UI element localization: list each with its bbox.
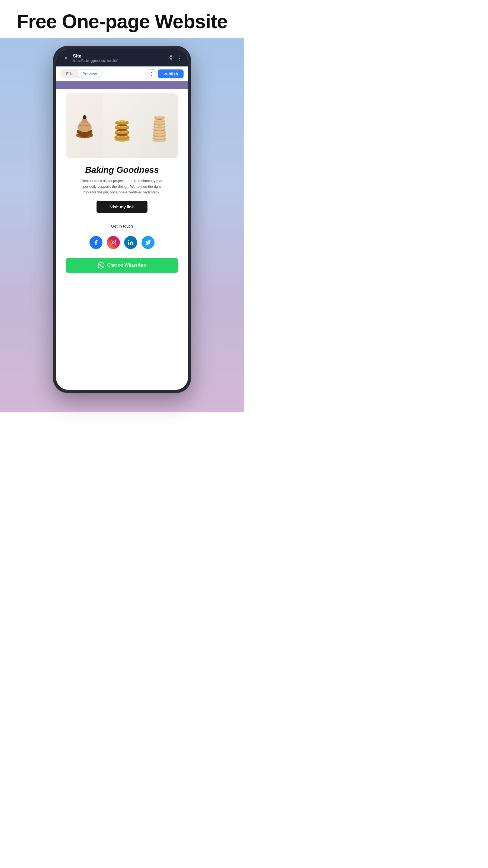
phone-frame: × Site https://bakinggoodness.co.site/	[53, 46, 191, 393]
svg-point-17	[88, 126, 89, 127]
touch-divider	[114, 230, 130, 231]
browser-actions: ⋮	[167, 55, 183, 62]
svg-point-39	[116, 134, 128, 136]
svg-point-37	[121, 121, 123, 122]
svg-point-66	[128, 240, 129, 241]
cookie-stack-image	[103, 93, 141, 158]
svg-point-16	[86, 125, 87, 126]
social-icons-row	[62, 236, 183, 249]
browser-top-bar: × Site https://bakinggoodness.co.site/	[62, 54, 183, 63]
top-section: Free One-page Website	[0, 0, 244, 38]
jam-cookies-image	[141, 93, 178, 158]
svg-point-13	[84, 116, 86, 118]
share-icon[interactable]	[167, 55, 173, 62]
bakery-description: Best-in-class digital projects require t…	[82, 178, 163, 195]
svg-rect-65	[128, 242, 129, 245]
whatsapp-label: Chat on WhatsApp	[107, 263, 146, 268]
page-root: Free One-page Website × Site https://bak…	[0, 0, 244, 434]
get-in-touch-label: Get in touch	[62, 224, 183, 228]
svg-point-40	[116, 129, 128, 131]
purple-header-band	[56, 82, 188, 89]
edit-tab[interactable]: Edit	[61, 70, 77, 78]
instagram-icon[interactable]	[107, 236, 120, 249]
svg-point-41	[117, 124, 127, 126]
whatsapp-icon	[98, 262, 104, 269]
site-title: Site	[73, 54, 167, 59]
cupcake-image	[66, 93, 103, 158]
svg-rect-63	[111, 240, 116, 245]
browser-chrome: × Site https://bakinggoodness.co.site/	[56, 49, 188, 66]
svg-point-15	[83, 125, 84, 126]
phone-inner: × Site https://bakinggoodness.co.site/	[56, 49, 188, 390]
phone-content: Baking Goodness Best-in-class digital pr…	[56, 82, 188, 390]
toolbar-more-button[interactable]: ⋮	[147, 69, 156, 78]
get-in-touch-section: Get in touch	[56, 217, 188, 258]
phone-background: × Site https://bakinggoodness.co.site/	[0, 38, 244, 412]
linkedin-icon[interactable]	[124, 236, 137, 249]
site-url: https://bakinggoodness.co.site/	[73, 59, 167, 63]
edit-preview-tabs: Edit Preview	[61, 69, 102, 79]
bakery-images-grid	[66, 93, 178, 158]
browser-close-button[interactable]: ×	[62, 54, 70, 62]
editor-toolbar: Edit Preview ⋮ Publish	[56, 66, 188, 82]
facebook-icon[interactable]	[90, 236, 102, 249]
whatsapp-button[interactable]: Chat on WhatsApp	[66, 258, 178, 273]
twitter-icon[interactable]	[141, 236, 155, 249]
browser-more-icon[interactable]: ⋮	[176, 55, 183, 62]
bakery-title: Baking Goodness	[64, 165, 180, 175]
publish-button[interactable]: Publish	[158, 69, 184, 79]
site-info: Site https://bakinggoodness.co.site/	[73, 54, 167, 63]
bakery-text-section: Baking Goodness Best-in-class digital pr…	[56, 158, 188, 217]
preview-tab[interactable]: Preview	[77, 70, 102, 78]
visit-link-button[interactable]: Visit my link	[97, 201, 147, 213]
svg-point-62	[154, 116, 165, 118]
svg-line-4	[169, 56, 171, 57]
page-title: Free One-page Website	[16, 11, 228, 32]
svg-point-14	[80, 125, 82, 126]
svg-line-3	[169, 58, 171, 59]
